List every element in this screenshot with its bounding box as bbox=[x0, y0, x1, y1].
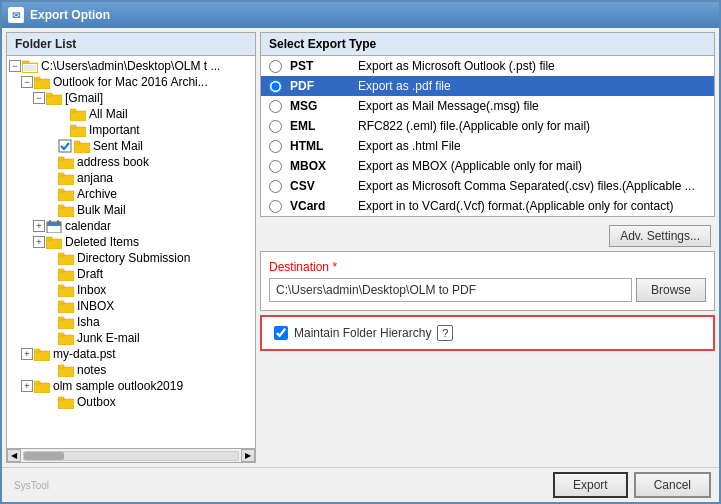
tree-label-sentmail: Sent Mail bbox=[93, 139, 143, 153]
tree-label-archive: Archive bbox=[77, 187, 117, 201]
folder-icon-draft bbox=[58, 268, 74, 281]
tree-label-important: Important bbox=[89, 123, 140, 137]
svg-rect-29 bbox=[46, 239, 62, 249]
tree-item-mydata[interactable]: + my-data.pst bbox=[7, 346, 255, 362]
tree-label-inboxupper: INBOX bbox=[77, 299, 114, 313]
export-option-msg[interactable]: MSG Export as Mail Message(.msg) file bbox=[261, 96, 714, 116]
svg-rect-48 bbox=[34, 381, 40, 384]
svg-rect-10 bbox=[70, 111, 86, 121]
expander-calendar[interactable]: + bbox=[33, 220, 45, 232]
export-option-vcard[interactable]: VCard Export in to VCard(.Vcf) format.(A… bbox=[261, 196, 714, 216]
tree-item-sentmail[interactable]: Sent Mail bbox=[7, 138, 255, 154]
browse-button[interactable]: Browse bbox=[636, 278, 706, 302]
tree-item-junkemail[interactable]: Junk E-mail bbox=[7, 330, 255, 346]
tree-label-calendar: calendar bbox=[65, 219, 111, 233]
adv-settings-row: Adv. Settings... bbox=[260, 221, 715, 247]
tree-label-outlook: Outlook for Mac 2016 Archi... bbox=[53, 75, 208, 89]
export-option-pst[interactable]: PST Export as Microsoft Outlook (.pst) f… bbox=[261, 56, 714, 76]
tree-item-isha[interactable]: Isha bbox=[7, 314, 255, 330]
scrollbar-track[interactable] bbox=[23, 451, 239, 461]
tree-item-outbox[interactable]: Outbox bbox=[7, 394, 255, 410]
folder-icon-sentmail bbox=[74, 140, 90, 153]
expander-olm[interactable]: + bbox=[21, 380, 33, 392]
horizontal-scrollbar[interactable]: ◀ ▶ bbox=[7, 448, 255, 462]
svg-rect-38 bbox=[58, 301, 64, 304]
expander-root[interactable]: − bbox=[9, 60, 21, 72]
tree-item-draft[interactable]: Draft bbox=[7, 266, 255, 282]
vcard-desc: Export in to VCard(.Vcf) format.(Applica… bbox=[358, 199, 673, 213]
radio-msg[interactable] bbox=[269, 100, 282, 113]
expander-deleteditems[interactable]: + bbox=[33, 236, 45, 248]
maintain-label: Maintain Folder Hierarchy bbox=[294, 326, 431, 340]
tree-item-calendar[interactable]: + calendar bbox=[7, 218, 255, 234]
radio-pst[interactable] bbox=[269, 60, 282, 73]
calendar-icon bbox=[46, 220, 62, 233]
svg-rect-16 bbox=[74, 141, 80, 144]
radio-csv[interactable] bbox=[269, 180, 282, 193]
tree-item-gmail[interactable]: − [Gmail] bbox=[7, 90, 255, 106]
tree-label-deleteditems: Deleted Items bbox=[65, 235, 139, 249]
export-button[interactable]: Export bbox=[553, 472, 628, 498]
pst-label: PST bbox=[290, 59, 350, 73]
export-option-csv[interactable]: CSV Export as Microsoft Comma Separated(… bbox=[261, 176, 714, 196]
right-panel: Select Export Type PST Export as Microso… bbox=[260, 32, 715, 463]
pdf-label: PDF bbox=[290, 79, 350, 93]
expander-bulkmail bbox=[45, 204, 57, 216]
tree-item-important[interactable]: Important bbox=[7, 122, 255, 138]
destination-text: Destination bbox=[269, 260, 329, 274]
svg-rect-33 bbox=[58, 271, 74, 281]
adv-settings-button[interactable]: Adv. Settings... bbox=[609, 225, 711, 247]
watermark-text: SysTool bbox=[10, 480, 547, 491]
svg-rect-39 bbox=[58, 319, 74, 329]
svg-rect-1 bbox=[22, 61, 29, 64]
radio-html[interactable] bbox=[269, 140, 282, 153]
window-icon: ✉ bbox=[8, 7, 24, 23]
tree-item-deleteditems[interactable]: + Deleted Items bbox=[7, 234, 255, 250]
expander-archive bbox=[45, 188, 57, 200]
help-icon[interactable]: ? bbox=[437, 325, 453, 341]
tree-item-addressbook[interactable]: address book bbox=[7, 154, 255, 170]
tree-item-bulkmail[interactable]: Bulk Mail bbox=[7, 202, 255, 218]
radio-vcard[interactable] bbox=[269, 200, 282, 213]
destination-input[interactable] bbox=[269, 278, 632, 302]
folder-tree[interactable]: − C:\Users\admin\Desktop\OLM t ... − bbox=[7, 56, 255, 448]
tree-label-isha: Isha bbox=[77, 315, 100, 329]
radio-eml[interactable] bbox=[269, 120, 282, 133]
export-option-eml[interactable]: EML RFC822 (.eml) file.(Applicable only … bbox=[261, 116, 714, 136]
radio-mbox[interactable] bbox=[269, 160, 282, 173]
tree-item-anjana[interactable]: anjana bbox=[7, 170, 255, 186]
export-option-pdf[interactable]: PDF Export as .pdf file bbox=[261, 76, 714, 96]
tree-item-archive[interactable]: Archive bbox=[7, 186, 255, 202]
svg-rect-7 bbox=[34, 77, 40, 80]
tree-label-addressbook: address book bbox=[77, 155, 149, 169]
maintain-checkbox[interactable] bbox=[274, 326, 288, 340]
folder-icon-isha bbox=[58, 316, 74, 329]
tree-item-olm[interactable]: + olm sample outlook2019 bbox=[7, 378, 255, 394]
tree-item-root[interactable]: − C:\Users\admin\Desktop\OLM t ... bbox=[7, 58, 255, 74]
expander-gmail[interactable]: − bbox=[33, 92, 45, 104]
folder-icon-archive bbox=[58, 188, 74, 201]
tree-item-allmail[interactable]: All Mail bbox=[7, 106, 255, 122]
svg-rect-11 bbox=[70, 109, 76, 112]
tree-label-outbox: Outbox bbox=[77, 395, 116, 409]
tree-item-directorysubmission[interactable]: Directory Submission bbox=[7, 250, 255, 266]
tree-item-notes[interactable]: notes bbox=[7, 362, 255, 378]
main-content: Folder List − C:\Users\admin\Desktop\OLM… bbox=[2, 28, 719, 467]
tree-item-inbox[interactable]: Inbox bbox=[7, 282, 255, 298]
cancel-button[interactable]: Cancel bbox=[634, 472, 711, 498]
radio-pdf[interactable] bbox=[269, 80, 282, 93]
folder-icon-allmail bbox=[70, 108, 86, 121]
expander-outlook[interactable]: − bbox=[21, 76, 33, 88]
svg-rect-23 bbox=[58, 207, 74, 217]
tree-item-inboxupper[interactable]: INBOX bbox=[7, 298, 255, 314]
tree-label-olm: olm sample outlook2019 bbox=[53, 379, 183, 393]
expander-mydata[interactable]: + bbox=[21, 348, 33, 360]
export-type-header: Select Export Type bbox=[261, 33, 714, 56]
scroll-left-btn[interactable]: ◀ bbox=[7, 449, 21, 462]
export-option-html[interactable]: HTML Export as .html File bbox=[261, 136, 714, 156]
export-option-mbox[interactable]: MBOX Export as MBOX (Applicable only for… bbox=[261, 156, 714, 176]
folder-icon-anjana bbox=[58, 172, 74, 185]
scroll-right-btn[interactable]: ▶ bbox=[241, 449, 255, 462]
destination-row: Browse bbox=[269, 278, 706, 302]
tree-item-outlook[interactable]: − Outlook for Mac 2016 Archi... bbox=[7, 74, 255, 90]
